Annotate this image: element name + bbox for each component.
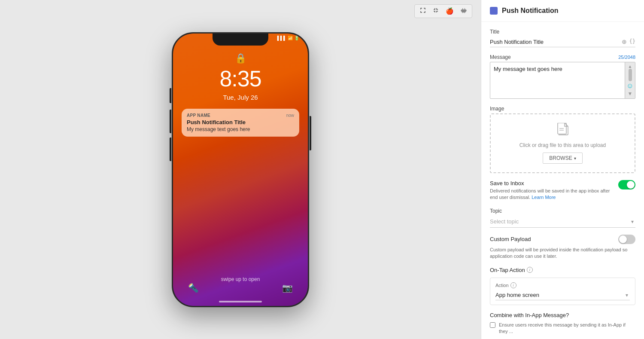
toggle-slider-off xyxy=(618,235,635,244)
panel-header-title: Push Notification xyxy=(502,7,559,15)
upload-text: Click or drag file to this area to uploa… xyxy=(499,142,626,148)
custom-payload-group: Custom Payload Custom payload will be pr… xyxy=(490,235,635,260)
combine-checkbox-label: Ensure users receive this message by sen… xyxy=(499,322,635,335)
browse-label: BROWSE xyxy=(549,155,572,161)
message-textarea[interactable]: My message text goes here xyxy=(490,62,635,97)
action-select[interactable]: App home screen Deep link URL xyxy=(495,290,630,300)
message-label: Message xyxy=(490,54,511,60)
learn-more-link[interactable]: Learn More xyxy=(532,195,556,200)
message-counter: 25/2048 xyxy=(618,55,635,60)
title-label: Title xyxy=(490,29,635,35)
combine-checkbox[interactable] xyxy=(490,322,495,328)
flashlight-icon: 🔦 xyxy=(188,283,199,293)
svg-rect-2 xyxy=(461,10,462,12)
action-select-wrapper: App home screen Deep link URL xyxy=(495,290,630,300)
panel-header: Push Notification xyxy=(481,0,644,22)
custom-payload-title: Custom Payload xyxy=(490,236,531,242)
panel-header-icon xyxy=(490,7,498,15)
home-indicator xyxy=(219,301,262,302)
topic-select-wrapper: Select topic xyxy=(490,216,635,228)
message-scrollbar xyxy=(629,69,632,81)
action-label: Action i xyxy=(495,282,630,288)
custom-payload-row: Custom Payload xyxy=(490,235,635,244)
title-input-row: ⊕ {} xyxy=(490,37,635,47)
scroll-down-icon[interactable]: ▼ xyxy=(628,91,633,97)
lock-icon: 🔒 xyxy=(235,53,246,64)
title-field-group: Title ⊕ {} xyxy=(490,29,635,47)
save-to-inbox-row: Save to Inbox Delivered notifications wi… xyxy=(490,180,635,201)
phone-date: Tue, July 26 xyxy=(173,94,308,101)
image-label: Image xyxy=(490,106,635,112)
svg-rect-3 xyxy=(466,10,467,12)
notification-header: APP NAME now xyxy=(187,113,294,118)
right-panel: Push Notification Title ⊕ {} Message 25/… xyxy=(481,0,644,339)
custom-payload-toggle[interactable] xyxy=(618,235,635,244)
preview-area: 🍎 xyxy=(0,0,481,339)
status-bar-left xyxy=(182,36,207,40)
save-to-inbox-label-group: Save to Inbox Delivered notifications wi… xyxy=(490,180,618,201)
combine-section: Combine with In-App Message? Ensure user… xyxy=(490,312,635,335)
variable-icon[interactable]: {} xyxy=(629,38,635,45)
phone-time: 8:35 xyxy=(173,66,308,92)
upload-icon xyxy=(499,123,626,140)
notification-card: APP NAME now Push Notification Title My … xyxy=(182,109,299,137)
action-row: Action i App home screen Deep link URL xyxy=(490,278,635,305)
toolbar: 🍎 xyxy=(414,4,472,18)
shrink-icon[interactable] xyxy=(431,6,440,16)
browse-dropdown-icon: ▾ xyxy=(574,156,576,161)
topic-field-group: Topic Select topic xyxy=(490,208,635,228)
topic-select[interactable]: Select topic xyxy=(490,216,635,228)
status-bar-right: ▌▌▌ 📶 🔋 xyxy=(277,36,299,40)
save-to-inbox-toggle[interactable] xyxy=(618,180,635,189)
notification-app-name: APP NAME xyxy=(187,113,210,118)
message-field-group: Message 25/2048 My message text goes her… xyxy=(490,54,635,99)
panel-body: Title ⊕ {} Message 25/2048 My message te… xyxy=(481,22,644,339)
message-sidebar: ▲ ☺ ▼ xyxy=(625,62,635,98)
personalize-icon[interactable]: ⊕ xyxy=(622,38,627,45)
on-tap-title: On-Tap Action i xyxy=(490,267,635,273)
custom-payload-desc: Custom payload will be provided inside t… xyxy=(490,247,635,260)
action-info-icon[interactable]: i xyxy=(510,282,516,288)
android-icon[interactable] xyxy=(459,6,468,16)
title-input-icons: ⊕ {} xyxy=(622,38,635,45)
checkbox-row: Ensure users receive this message by sen… xyxy=(490,322,635,335)
toggle-slider-on xyxy=(618,180,635,189)
save-to-inbox-title: Save to Inbox xyxy=(490,180,614,186)
image-field-group: Image Click or drag file to this area to… xyxy=(490,106,635,173)
on-tap-section: On-Tap Action i Action i App home screen… xyxy=(490,267,635,305)
combine-title: Combine with In-App Message? xyxy=(490,312,635,318)
phone-mockup: ▌▌▌ 📶 🔋 🔒 8:35 Tue, July 26 APP NAME now xyxy=(172,32,309,307)
phone-bottom: 🔦 📷 xyxy=(173,283,308,293)
swipe-text: swipe up to open xyxy=(221,276,260,282)
save-to-inbox-desc: Delivered notifications will be saved in… xyxy=(490,188,614,201)
notification-title: Push Notification Title xyxy=(187,119,294,125)
camera-icon: 📷 xyxy=(282,283,293,293)
browse-button[interactable]: BROWSE ▾ xyxy=(543,153,582,164)
message-field-wrapper: My message text goes here ▲ ☺ ▼ xyxy=(490,62,635,99)
title-input[interactable] xyxy=(490,39,614,45)
apple-icon[interactable]: 🍎 xyxy=(444,6,456,16)
notification-body: My message text goes here xyxy=(187,126,294,132)
phone-screen: ▌▌▌ 📶 🔋 🔒 8:35 Tue, July 26 APP NAME now xyxy=(173,34,308,306)
notification-time: now xyxy=(286,113,294,118)
phone-shell: ▌▌▌ 📶 🔋 🔒 8:35 Tue, July 26 APP NAME now xyxy=(172,32,309,307)
status-bar: ▌▌▌ 📶 🔋 xyxy=(173,36,308,40)
topic-label: Topic xyxy=(490,208,635,214)
on-tap-info-icon[interactable]: i xyxy=(527,267,533,273)
save-to-inbox-group: Save to Inbox Delivered notifications wi… xyxy=(490,180,635,201)
signal-icon: ▌▌▌ xyxy=(277,36,286,40)
emoji-icon[interactable]: ☺ xyxy=(626,81,634,91)
scroll-up-icon[interactable]: ▲ xyxy=(628,64,632,69)
battery-icon: 🔋 xyxy=(294,36,299,40)
wifi-icon: 📶 xyxy=(288,36,293,40)
image-upload-area[interactable]: Click or drag file to this area to uploa… xyxy=(490,113,635,173)
expand-icon[interactable] xyxy=(418,6,428,16)
